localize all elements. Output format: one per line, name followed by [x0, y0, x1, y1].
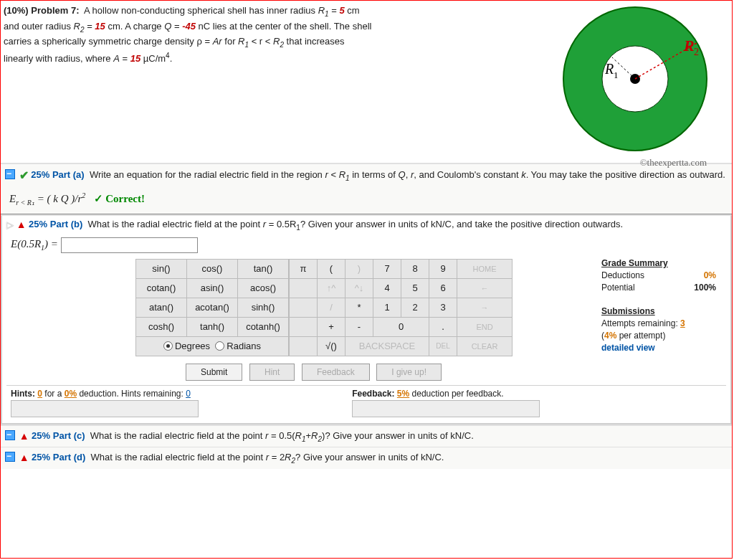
grade-title: Grade Summary	[601, 257, 716, 270]
giveup-button[interactable]: I give up!	[376, 364, 442, 381]
key-home[interactable]: HOME	[457, 259, 513, 278]
hints-row: Hints: 0 for a 0% deduction. Hints remai…	[6, 385, 726, 420]
part-c-title: 25% Part (c)	[32, 430, 85, 441]
warning-icon: ▲	[16, 219, 27, 230]
key-cosh[interactable]: cosh()	[136, 317, 187, 336]
collapse-icon[interactable]	[5, 452, 15, 462]
warning-icon: ▲	[19, 452, 29, 463]
hints-display	[11, 400, 199, 417]
key-0[interactable]: 0	[373, 317, 429, 336]
problem-statement: (10%) Problem 7: A hollow non-conducting…	[4, 4, 462, 66]
key-asin[interactable]: asin()	[187, 278, 238, 298]
key-end[interactable]: END	[457, 317, 513, 336]
part-b: ▷ ▲ 25% Part (b) What is the radial elec…	[1, 214, 732, 424]
part-a-title: 25% Part (a)	[31, 169, 84, 180]
key-plus[interactable]: +	[318, 317, 345, 336]
svg-text:R: R	[683, 37, 695, 54]
part-a: ✔ 25% Part (a) Write an equation for the…	[1, 163, 732, 214]
key-up[interactable]: ↑^	[318, 278, 345, 298]
key-div[interactable]: /	[318, 298, 345, 317]
svg-text:R: R	[604, 61, 614, 77]
detailed-view-link[interactable]: detailed view	[601, 342, 716, 354]
collapse-icon[interactable]	[5, 430, 15, 440]
key-clear[interactable]: CLEAR	[457, 336, 513, 356]
key-4[interactable]: 4	[373, 278, 401, 298]
key-5[interactable]: 5	[401, 278, 429, 298]
key-8[interactable]: 8	[401, 259, 429, 278]
key-2[interactable]: 2	[401, 298, 429, 317]
key-rparen[interactable]: )	[345, 259, 373, 278]
key-7[interactable]: 7	[373, 259, 401, 278]
key-1[interactable]: 1	[373, 298, 401, 317]
copyright-text: ©theexpertta.com	[640, 157, 707, 169]
part-c: ▲ 25% Part (c) What is the radial electr…	[1, 424, 732, 447]
key-sin[interactable]: sin()	[136, 259, 187, 278]
key-acotan[interactable]: acotan()	[187, 298, 238, 317]
shell-diagram: R 1 R 2	[556, 4, 714, 154]
svg-text:2: 2	[694, 47, 699, 57]
key-6[interactable]: 6	[429, 278, 457, 298]
hint-button[interactable]: Hint	[249, 364, 295, 381]
key-backspace[interactable]: BACKSPACE	[345, 336, 429, 356]
key-tan[interactable]: tan()	[238, 259, 289, 278]
answer-input[interactable]	[61, 237, 198, 253]
numeric-keys: π()789HOME ↑^^↓456← /*123→ +-0.END √()BA…	[289, 259, 513, 356]
key-cotan[interactable]: cotan()	[136, 278, 187, 298]
key-del[interactable]: DEL	[429, 336, 457, 356]
key-minus[interactable]: -	[345, 317, 373, 336]
submit-button[interactable]: Submit	[186, 364, 242, 381]
key-cos[interactable]: cos()	[187, 259, 238, 278]
check-icon: ✔	[19, 169, 29, 181]
feedback-button[interactable]: Feedback	[302, 364, 370, 381]
key-cotanh[interactable]: cotanh()	[238, 317, 289, 336]
key-left[interactable]: ←	[457, 278, 513, 298]
key-right[interactable]: →	[457, 298, 513, 317]
key-mul[interactable]: *	[345, 298, 373, 317]
angle-mode[interactable]: Degrees Radians	[136, 336, 289, 356]
key-down[interactable]: ^↓	[345, 278, 373, 298]
key-atan[interactable]: atan()	[136, 298, 187, 317]
svg-text:1: 1	[614, 70, 619, 80]
key-pi[interactable]: π	[290, 259, 318, 278]
part-d: ▲ 25% Part (d) What is the radial electr…	[1, 447, 732, 469]
key-3[interactable]: 3	[429, 298, 457, 317]
expand-icon[interactable]: ▷	[6, 219, 14, 230]
feedback-display	[352, 400, 540, 417]
key-tanh[interactable]: tanh()	[187, 317, 238, 336]
warning-icon: ▲	[19, 430, 29, 442]
part-a-answer: Er < R₁ = ( k Q )/r2 ✓ Correct!	[9, 190, 728, 208]
key-sqrt[interactable]: √()	[318, 336, 345, 356]
key-acos[interactable]: acos()	[238, 278, 289, 298]
correct-label: ✓ Correct!	[94, 193, 145, 204]
problem-header: (10%) Problem 7: A hollow non-conducting…	[1, 1, 732, 163]
part-b-title: 25% Part (b)	[29, 219, 82, 229]
part-d-title: 25% Part (d)	[32, 452, 85, 462]
grade-summary: Grade Summary Deductions0% Potential100%…	[601, 257, 716, 353]
function-keys: sin()cos()tan() cotan()asin()acos() atan…	[135, 259, 289, 356]
key-lparen[interactable]: (	[318, 259, 345, 278]
collapse-icon[interactable]	[5, 169, 15, 179]
key-sinh[interactable]: sinh()	[238, 298, 289, 317]
part-b-input-row: E(0.5R1) =	[11, 237, 726, 253]
action-buttons: Submit Hint Feedback I give up!	[186, 364, 726, 381]
key-dot[interactable]: .	[429, 317, 457, 336]
key-9[interactable]: 9	[429, 259, 457, 278]
